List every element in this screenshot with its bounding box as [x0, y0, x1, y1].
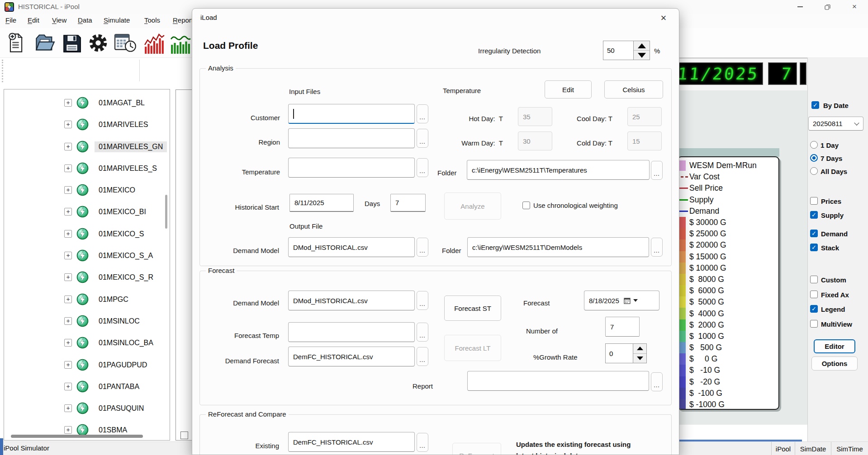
customer-field[interactable]: [288, 104, 415, 124]
price-chart-red-icon[interactable]: [144, 33, 165, 54]
expand-plus-icon[interactable]: +: [64, 164, 72, 172]
expand-plus-icon[interactable]: +: [64, 273, 72, 281]
irregularity-value[interactable]: 50: [603, 41, 633, 60]
close-window-button[interactable]: ×: [841, 0, 868, 14]
expand-plus-icon[interactable]: +: [64, 252, 72, 259]
expand-plus-icon[interactable]: +: [64, 404, 72, 412]
tree-row[interactable]: +01MARIVELES_S: [4, 158, 170, 179]
tree-vertical-scrollbar[interactable]: [165, 195, 167, 229]
fc-demand-model-browse-button[interactable]: …: [417, 291, 428, 310]
expand-plus-icon[interactable]: +: [64, 361, 72, 369]
options-button[interactable]: Options: [811, 356, 858, 371]
by-date-checkbox[interactable]: ✓: [811, 101, 819, 109]
settings-icon[interactable]: [88, 33, 109, 53]
expand-plus-icon[interactable]: +: [64, 339, 72, 347]
load-chart-green-icon[interactable]: [170, 33, 191, 54]
temperature-browse-button[interactable]: …: [417, 158, 428, 177]
tree-row[interactable]: +01PANTABA: [4, 376, 170, 398]
growth-rate-spin-buttons[interactable]: [633, 344, 646, 363]
temperature-field[interactable]: [288, 158, 415, 178]
editor-button[interactable]: Editor: [814, 339, 855, 353]
tree-item-label[interactable]: 01PAGUDPUD: [95, 360, 151, 371]
tree-row[interactable]: +01MEXICO_BI: [4, 201, 170, 223]
tree-item-label[interactable]: 01MEXICO_BI: [95, 206, 150, 217]
expand-plus-icon[interactable]: +: [64, 426, 72, 434]
tree-item-label[interactable]: 01PASUQUIN: [95, 403, 148, 414]
tree-item-label[interactable]: 01MARIVELES_S: [95, 163, 161, 174]
tree-item-label[interactable]: 01MARIVELES: [95, 119, 152, 130]
checkbox-fixed-ax[interactable]: [810, 291, 818, 298]
forecast-date-picker[interactable]: 8/18/2025: [584, 291, 659, 310]
existing-field[interactable]: DemFC_HISTORICAL.csv: [288, 432, 415, 452]
demand-forecast-browse-button[interactable]: …: [417, 347, 428, 366]
save-icon[interactable]: [62, 33, 81, 53]
demand-forecast-field[interactable]: DemFC_HISTORICAL.csv: [288, 347, 415, 366]
menu-item-edit[interactable]: Edit: [28, 16, 39, 24]
growth-rate-spinner[interactable]: 0: [605, 343, 647, 363]
tree-item-label[interactable]: 01MEXICO: [95, 185, 139, 196]
tree-item-label[interactable]: 01MAGAT_BL: [95, 98, 149, 108]
checkbox-supply[interactable]: ✓: [810, 211, 818, 219]
menu-item-data[interactable]: Data: [78, 16, 92, 24]
tree-row[interactable]: +01MARIVELES: [4, 114, 170, 136]
demand-model-browse-button[interactable]: …: [417, 238, 428, 257]
expand-plus-icon[interactable]: +: [64, 208, 72, 216]
expand-plus-icon[interactable]: +: [64, 383, 72, 390]
existing-browse-button[interactable]: …: [417, 433, 428, 452]
tree-row[interactable]: +01PAGUDPUD: [4, 354, 170, 376]
checkbox-legend[interactable]: ✓: [810, 305, 818, 313]
radio-all-days[interactable]: [810, 167, 818, 175]
temp-folder-field[interactable]: c:\iEnergy\WESM2511T\Temperatures: [467, 160, 650, 180]
checkbox-multiview[interactable]: [810, 320, 818, 328]
menu-item-view[interactable]: View: [52, 16, 66, 24]
tree-row[interactable]: +01MEXICO_S_R: [4, 267, 170, 288]
new-document-icon[interactable]: [7, 33, 24, 53]
temp-folder-browse-button[interactable]: …: [651, 161, 663, 180]
tree-row[interactable]: +01MEXICO_S_A: [4, 245, 170, 267]
reforecast-button[interactable]: ReForecast: [452, 443, 501, 455]
radio-1-day[interactable]: [810, 141, 818, 149]
checkbox-prices[interactable]: [810, 197, 818, 205]
checkbox-stack[interactable]: ✓: [810, 244, 818, 251]
dem-folder-field[interactable]: c:\iEnergy\WESM2511T\DemModels: [467, 237, 649, 257]
forecast-temp-field[interactable]: [288, 322, 415, 342]
tree-item-label[interactable]: 01PANTABA: [95, 381, 143, 392]
edit-button[interactable]: Edit: [545, 80, 592, 99]
tree-row[interactable]: +01MAGAT_BL: [4, 92, 170, 114]
tree-item-label[interactable]: 01MSINLOC: [95, 316, 144, 327]
tree-item-label[interactable]: 01SBMA: [95, 425, 131, 436]
forecast-temp-browse-button[interactable]: …: [417, 323, 428, 342]
celsius-button[interactable]: Celsius: [604, 80, 663, 99]
radio-7-days[interactable]: [810, 154, 818, 162]
menu-item-simulate[interactable]: Simulate: [104, 16, 130, 24]
tree-row[interactable]: +01MARIVELES_GN: [4, 136, 170, 158]
menu-item-file[interactable]: File: [5, 16, 16, 24]
minimize-button[interactable]: [787, 0, 814, 14]
tree-row[interactable]: +01MSINLOC: [4, 310, 170, 332]
tree-row[interactable]: +01MPGC: [4, 289, 170, 310]
tree-row[interactable]: +01PASUQUIN: [4, 398, 170, 419]
analyze-button[interactable]: Analyze: [444, 192, 501, 220]
region-browse-button[interactable]: …: [417, 129, 428, 148]
expand-plus-icon[interactable]: +: [64, 121, 72, 128]
customer-browse-button[interactable]: …: [417, 104, 428, 123]
menu-item-tools[interactable]: Tools: [144, 16, 160, 24]
number-of-field[interactable]: 7: [605, 317, 640, 337]
tree-horizontal-scrollbar[interactable]: [11, 435, 143, 438]
expand-plus-icon[interactable]: +: [64, 296, 72, 303]
report-browse-button[interactable]: …: [651, 372, 663, 391]
restore-button[interactable]: [814, 0, 841, 14]
tree-item-label[interactable]: 01MARIVELES_GN: [95, 141, 167, 152]
tree-item-label[interactable]: 01MEXICO_S_A: [95, 250, 157, 261]
expand-plus-icon[interactable]: +: [64, 99, 72, 107]
region-field[interactable]: [288, 128, 415, 148]
checkbox-demand[interactable]: ✓: [810, 230, 818, 237]
expand-plus-icon[interactable]: +: [64, 143, 72, 150]
growth-rate-value[interactable]: 0: [606, 344, 633, 363]
date-dropdown[interactable]: 20250811: [808, 117, 863, 131]
forecast-st-button[interactable]: Forecast ST: [444, 296, 501, 321]
demand-model-field[interactable]: DMod_HISTORICAL.csv: [288, 237, 415, 257]
tree-item-label[interactable]: 01MSINLOC_BA: [95, 338, 157, 348]
irregularity-spinner[interactable]: 50: [603, 41, 650, 60]
tree-item-label[interactable]: 01MPGC: [95, 294, 133, 305]
